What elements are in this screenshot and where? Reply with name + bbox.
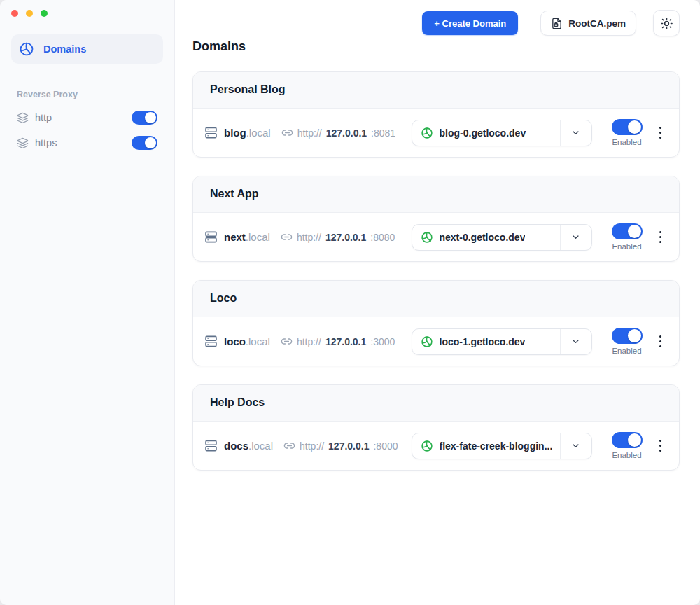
url-ip: 127.0.0.1 xyxy=(326,127,367,139)
domain-card-title: Next App xyxy=(210,188,259,200)
page-title: Domains xyxy=(192,39,680,53)
domain-card-header: Help Docs xyxy=(193,385,679,422)
sidebar-item-proxy[interactable]: http xyxy=(11,111,163,125)
sidebar-item-domains[interactable]: Domains xyxy=(11,34,163,64)
domain-enabled-toggle[interactable] xyxy=(612,432,643,448)
domain-card: Next App next.local xyxy=(192,176,680,262)
sidebar-item-proxy[interactable]: https xyxy=(11,136,163,150)
url-port: :8080 xyxy=(370,232,395,243)
theme-toggle-button[interactable] xyxy=(653,10,680,36)
create-domain-button[interactable]: + Create Domain xyxy=(422,11,518,35)
url-port: :8081 xyxy=(371,127,396,139)
green-globe-icon xyxy=(421,127,433,139)
rootca-button[interactable]: RootCA.pem xyxy=(540,11,636,36)
domain-enabled-toggle[interactable] xyxy=(612,119,643,135)
kebab-menu-button[interactable] xyxy=(657,228,664,246)
public-domain-select[interactable]: next-0.getloco.dev xyxy=(412,224,592,251)
public-domain-text: blog-0.getloco.dev xyxy=(440,127,526,139)
url-ip: 127.0.0.1 xyxy=(326,336,366,347)
public-domain-select[interactable]: flex-fate-creek-bloggin... xyxy=(412,433,592,459)
main-content: + Create Domain RootCA.pem xyxy=(175,0,700,605)
domain-card-body: docs.local http:// 127.0.0.1 :8000 xyxy=(193,422,679,470)
domain-enabled-toggle[interactable] xyxy=(612,328,643,344)
local-domain: loco.local xyxy=(224,335,270,348)
domain-card: Personal Blog blog.local xyxy=(192,71,680,158)
local-domain-tld: .local xyxy=(246,335,270,347)
domain-card-header: Next App xyxy=(193,176,679,213)
domain-enabled-control: Enabled xyxy=(612,223,643,251)
local-domain-tld: .local xyxy=(246,231,270,243)
url-scheme: http:// xyxy=(297,232,321,243)
chevron-down-icon[interactable] xyxy=(560,120,592,146)
domain-enabled-control: Enabled xyxy=(612,328,643,355)
green-globe-icon xyxy=(421,231,433,244)
local-domain-host: loco xyxy=(224,335,246,347)
local-domain-tld: .local xyxy=(248,440,273,452)
close-window-button[interactable] xyxy=(11,10,18,17)
domain-card-body: blog.local http:// 127.0.0.1 :8081 xyxy=(193,109,679,157)
kebab-menu-button[interactable] xyxy=(657,437,664,455)
domain-card-header: Loco xyxy=(193,281,679,317)
url-port: :3000 xyxy=(370,336,395,347)
reverse-proxy-section-label: Reverse Proxy xyxy=(17,90,163,99)
public-domain-text: flex-fate-creek-bloggin... xyxy=(440,440,553,452)
minimize-window-button[interactable] xyxy=(26,10,33,17)
layers-icon xyxy=(17,137,29,149)
url-scheme: http:// xyxy=(300,440,324,452)
globe-icon xyxy=(19,41,34,57)
url-ip: 127.0.0.1 xyxy=(328,440,369,452)
proxy-enabled-toggle[interactable] xyxy=(132,111,158,125)
public-domain-select[interactable]: loco-1.getloco.dev xyxy=(412,328,592,355)
url-port: :8000 xyxy=(373,440,398,452)
local-domain: blog.local xyxy=(224,127,271,139)
public-domain-value: loco-1.getloco.dev xyxy=(412,335,560,348)
proxy-enabled-toggle[interactable] xyxy=(132,136,158,150)
public-domain-value: flex-fate-creek-bloggin... xyxy=(412,440,560,452)
chevron-down-icon[interactable] xyxy=(560,329,592,354)
local-domain-tld: .local xyxy=(246,127,271,139)
green-globe-icon xyxy=(421,335,433,348)
public-domain-text: loco-1.getloco.dev xyxy=(440,336,526,347)
domain-card-header: Personal Blog xyxy=(193,72,679,109)
server-icon xyxy=(204,126,218,139)
domain-enabled-control: Enabled xyxy=(612,432,643,459)
link-icon xyxy=(281,127,295,139)
local-domain: next.local xyxy=(224,231,270,244)
public-domain-select[interactable]: blog-0.getloco.dev xyxy=(412,120,592,146)
app-window: Domains Reverse Proxy http https xyxy=(0,0,700,605)
local-domain-host: next xyxy=(224,231,246,243)
link-icon xyxy=(281,335,294,347)
public-domain-text: next-0.getloco.dev xyxy=(440,232,526,243)
link-icon xyxy=(281,231,294,243)
domain-enabled-toggle[interactable] xyxy=(612,223,643,239)
rootca-button-label: RootCA.pem xyxy=(568,18,626,29)
chevron-down-icon[interactable] xyxy=(560,225,592,250)
sidebar-item-label: Domains xyxy=(43,43,86,55)
upstream-url: http:// 127.0.0.1 :8081 xyxy=(281,127,396,139)
domain-card-body: loco.local http:// 127.0.0.1 :3000 xyxy=(193,317,679,366)
url-scheme: http:// xyxy=(298,127,322,139)
local-domain: docs.local xyxy=(224,440,273,452)
domain-card-title: Personal Blog xyxy=(210,83,286,95)
url-ip: 127.0.0.1 xyxy=(326,232,366,243)
server-icon xyxy=(204,335,218,348)
kebab-menu-button[interactable] xyxy=(657,333,664,351)
kebab-menu-button[interactable] xyxy=(657,124,664,142)
reverse-proxy-list: http https xyxy=(11,111,163,150)
window-controls xyxy=(11,9,163,17)
file-lock-icon xyxy=(551,18,563,29)
domain-card: Help Docs docs.local xyxy=(192,384,680,471)
domain-enabled-control: Enabled xyxy=(612,119,643,146)
topbar: + Create Domain RootCA.pem xyxy=(192,10,680,36)
link-icon xyxy=(284,440,297,452)
domain-card-body: next.local http:// 127.0.0.1 :8080 xyxy=(193,213,679,261)
green-globe-icon xyxy=(421,440,433,452)
chevron-down-icon[interactable] xyxy=(560,433,592,459)
proxy-label: https xyxy=(35,137,57,148)
zoom-window-button[interactable] xyxy=(41,10,48,17)
domain-card: Loco loco.local xyxy=(192,280,680,366)
url-scheme: http:// xyxy=(297,336,321,347)
local-domain-host: docs xyxy=(224,440,248,452)
layers-icon xyxy=(17,112,29,124)
public-domain-value: blog-0.getloco.dev xyxy=(412,127,560,139)
